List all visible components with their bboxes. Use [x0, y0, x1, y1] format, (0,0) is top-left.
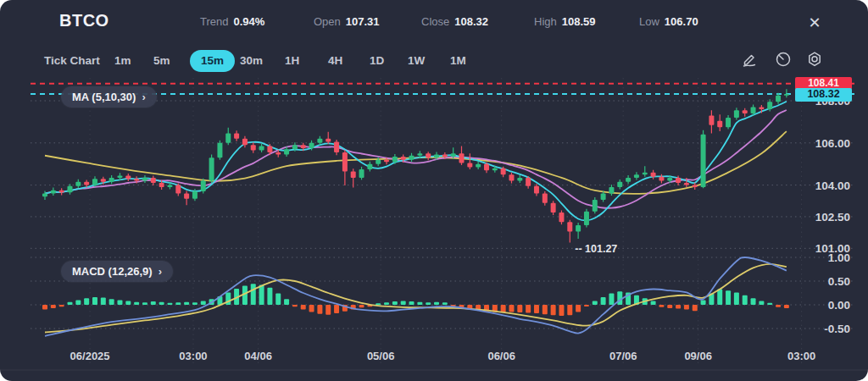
svg-text:09/06: 09/06 [684, 350, 712, 362]
svg-text:03:00: 03:00 [179, 350, 207, 362]
svg-text:07/06: 07/06 [609, 350, 637, 362]
tab-1m[interactable]: 1m [114, 50, 131, 72]
tab-1w[interactable]: 1W [408, 50, 425, 72]
symbol-title: BTCO [59, 11, 109, 30]
svg-text:04/06: 04/06 [244, 350, 272, 362]
tab-1h[interactable]: 1H [285, 50, 299, 72]
low-price-annotation: -- 101.27 [575, 243, 617, 255]
ma-indicator-label[interactable]: MA (5,10,30)› [61, 86, 157, 108]
macd-indicator-label[interactable]: MACD (12,26,9)› [61, 261, 173, 282]
svg-text:0.00: 0.00 [828, 299, 850, 312]
svg-text:106.00: 106.00 [815, 137, 850, 150]
svg-text:0.50: 0.50 [828, 275, 850, 288]
chevron-right-icon: › [142, 91, 145, 103]
tab-1d[interactable]: 1D [370, 50, 384, 72]
svg-text:03:00: 03:00 [787, 350, 815, 362]
svg-text:-0.50: -0.50 [824, 323, 850, 335]
stat-low-value: 106.70 [665, 15, 698, 28]
draw-icon[interactable] [741, 51, 758, 68]
stat-high-value: 108.59 [562, 15, 596, 28]
candles [42, 89, 789, 242]
stat-high: High108.59 [534, 15, 596, 28]
macd-histogram [42, 284, 789, 316]
trading-chart-panel: 108.00106.00104.00102.50101.001.000.500.… [0, 0, 868, 381]
svg-text:06/2025: 06/2025 [70, 350, 110, 362]
chevron-right-icon: › [159, 265, 162, 278]
stat-trend: Trend0.94% [200, 15, 264, 28]
svg-text:1.00: 1.00 [828, 251, 850, 264]
tab-1m-month[interactable]: 1M [450, 50, 466, 72]
svg-text:05/06: 05/06 [367, 350, 395, 362]
gauge-icon[interactable] [775, 51, 792, 68]
tab-5m[interactable]: 5m [153, 50, 170, 72]
close-icon[interactable]: ✕ [804, 12, 826, 34]
svg-text:06/06: 06/06 [487, 350, 515, 362]
svg-text:104.00: 104.00 [815, 179, 850, 192]
last-price-badge: 108.32 [795, 88, 852, 102]
stat-trend-value: 0.94% [233, 15, 264, 28]
stat-open: Open107.31 [314, 15, 380, 28]
tab-tick-chart[interactable]: Tick Chart [44, 50, 100, 72]
tab-4h[interactable]: 4H [328, 50, 342, 72]
axis-labels: 108.00106.00104.00102.50101.001.000.500.… [0, 95, 868, 370]
stat-open-value: 107.31 [346, 15, 380, 28]
stat-close: Close108.32 [421, 15, 488, 28]
tab-15m[interactable]: 15m [190, 50, 235, 72]
svg-text:102.50: 102.50 [815, 211, 850, 224]
gridlines [31, 78, 854, 366]
stat-close-value: 108.32 [454, 15, 488, 28]
stat-low: Low106.70 [639, 15, 698, 28]
indicator-lines [31, 84, 854, 336]
settings-icon[interactable] [806, 51, 823, 68]
tab-30m[interactable]: 30m [240, 50, 263, 72]
